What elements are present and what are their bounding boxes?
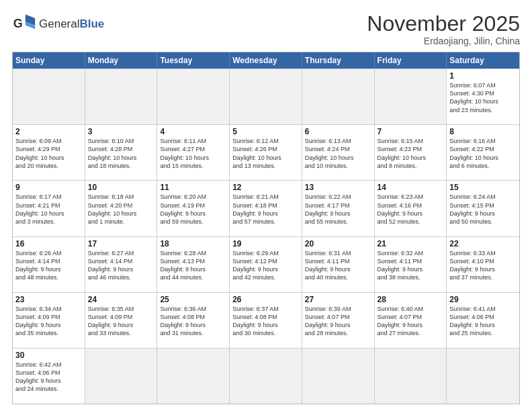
day-cell-18: 18Sunrise: 6:28 AM Sunset: 4:13 PM Dayli… <box>157 237 230 292</box>
day-info: Sunrise: 6:32 AM Sunset: 4:11 PM Dayligh… <box>378 249 444 282</box>
day-header-tuesday: Tuesday <box>157 52 230 68</box>
day-number: 29 <box>449 295 517 304</box>
day-number: 21 <box>378 239 444 248</box>
day-number: 23 <box>15 295 82 304</box>
day-info: Sunrise: 6:37 AM Sunset: 4:08 PM Dayligh… <box>232 305 299 338</box>
day-number: 11 <box>160 183 226 192</box>
day-info: Sunrise: 6:41 AM Sunset: 4:06 PM Dayligh… <box>449 305 517 338</box>
day-cell-26: 26Sunrise: 6:37 AM Sunset: 4:08 PM Dayli… <box>230 293 302 348</box>
day-info: Sunrise: 6:31 AM Sunset: 4:11 PM Dayligh… <box>305 249 371 282</box>
day-info: Sunrise: 6:28 AM Sunset: 4:13 PM Dayligh… <box>160 249 226 282</box>
day-header-friday: Friday <box>375 52 447 68</box>
calendar-row-6: 30Sunrise: 6:42 AM Sunset: 4:06 PM Dayli… <box>13 348 519 404</box>
day-cell-1: 1Sunrise: 6:07 AM Sunset: 4:30 PM Daylig… <box>447 69 519 124</box>
day-info: Sunrise: 6:09 AM Sunset: 4:29 PM Dayligh… <box>15 137 82 170</box>
empty-cell <box>230 69 302 124</box>
day-info: Sunrise: 6:20 AM Sunset: 4:19 PM Dayligh… <box>160 193 226 226</box>
day-header-sunday: Sunday <box>13 52 85 68</box>
day-cell-19: 19Sunrise: 6:29 AM Sunset: 4:12 PM Dayli… <box>230 237 302 292</box>
day-number: 5 <box>232 127 299 136</box>
day-cell-25: 25Sunrise: 6:36 AM Sunset: 4:08 PM Dayli… <box>157 293 230 348</box>
day-info: Sunrise: 6:07 AM Sunset: 4:30 PM Dayligh… <box>449 81 517 114</box>
day-info: Sunrise: 6:12 AM Sunset: 4:26 PM Dayligh… <box>232 137 299 170</box>
day-number: 13 <box>305 183 371 192</box>
svg-text:G: G <box>13 17 23 30</box>
day-number: 1 <box>449 71 517 81</box>
day-number: 12 <box>232 183 299 192</box>
day-header-monday: Monday <box>85 52 158 68</box>
empty-cell <box>230 349 302 404</box>
calendar: SundayMondayTuesdayWednesdayThursdayFrid… <box>12 52 520 404</box>
day-info: Sunrise: 6:17 AM Sunset: 4:21 PM Dayligh… <box>15 193 82 226</box>
day-cell-17: 17Sunrise: 6:27 AM Sunset: 4:14 PM Dayli… <box>85 237 158 292</box>
day-cell-7: 7Sunrise: 6:15 AM Sunset: 4:23 PM Daylig… <box>375 125 447 180</box>
day-cell-13: 13Sunrise: 6:22 AM Sunset: 4:17 PM Dayli… <box>302 181 375 236</box>
day-cell-3: 3Sunrise: 6:10 AM Sunset: 4:28 PM Daylig… <box>85 125 158 180</box>
empty-cell <box>13 69 85 124</box>
empty-cell <box>85 349 158 404</box>
logo-general: General <box>39 17 79 30</box>
day-number: 16 <box>15 239 82 248</box>
day-number: 17 <box>88 239 154 248</box>
day-cell-16: 16Sunrise: 6:26 AM Sunset: 4:14 PM Dayli… <box>13 237 85 292</box>
day-number: 9 <box>15 183 82 192</box>
logo: G GeneralBlue <box>12 12 104 36</box>
day-cell-29: 29Sunrise: 6:41 AM Sunset: 4:06 PM Dayli… <box>447 293 519 348</box>
day-header-wednesday: Wednesday <box>230 52 302 68</box>
day-info: Sunrise: 6:33 AM Sunset: 4:10 PM Dayligh… <box>449 249 517 282</box>
calendar-header: SundayMondayTuesdayWednesdayThursdayFrid… <box>13 52 519 68</box>
day-number: 25 <box>160 295 226 304</box>
day-cell-30: 30Sunrise: 6:42 AM Sunset: 4:06 PM Dayli… <box>13 349 85 404</box>
day-cell-22: 22Sunrise: 6:33 AM Sunset: 4:10 PM Dayli… <box>447 237 519 292</box>
day-info: Sunrise: 6:35 AM Sunset: 4:09 PM Dayligh… <box>88 305 154 338</box>
day-info: Sunrise: 6:21 AM Sunset: 4:18 PM Dayligh… <box>232 193 299 226</box>
day-info: Sunrise: 6:13 AM Sunset: 4:24 PM Dayligh… <box>305 137 371 170</box>
page: G GeneralBlue November 2025 Erdaojiang, … <box>0 0 532 411</box>
day-info: Sunrise: 6:34 AM Sunset: 4:09 PM Dayligh… <box>15 305 82 338</box>
empty-cell <box>302 69 375 124</box>
day-cell-23: 23Sunrise: 6:34 AM Sunset: 4:09 PM Dayli… <box>13 293 85 348</box>
day-number: 2 <box>15 127 82 136</box>
day-info: Sunrise: 6:24 AM Sunset: 4:15 PM Dayligh… <box>449 193 517 226</box>
logo-blue: Blue <box>79 17 104 30</box>
day-cell-28: 28Sunrise: 6:40 AM Sunset: 4:07 PM Dayli… <box>375 293 447 348</box>
empty-cell <box>375 69 447 124</box>
header: G GeneralBlue November 2025 Erdaojiang, … <box>12 12 520 46</box>
day-cell-8: 8Sunrise: 6:16 AM Sunset: 4:22 PM Daylig… <box>447 125 519 180</box>
day-info: Sunrise: 6:42 AM Sunset: 4:06 PM Dayligh… <box>15 361 82 394</box>
day-cell-21: 21Sunrise: 6:32 AM Sunset: 4:11 PM Dayli… <box>375 237 447 292</box>
day-number: 18 <box>160 239 226 248</box>
day-cell-10: 10Sunrise: 6:18 AM Sunset: 4:20 PM Dayli… <box>85 181 158 236</box>
day-info: Sunrise: 6:26 AM Sunset: 4:14 PM Dayligh… <box>15 249 82 282</box>
location: Erdaojiang, Jilin, China <box>367 36 520 46</box>
logo-text: GeneralBlue <box>39 17 104 31</box>
day-info: Sunrise: 6:18 AM Sunset: 4:20 PM Dayligh… <box>88 193 154 226</box>
day-number: 8 <box>449 127 517 136</box>
empty-cell <box>157 69 230 124</box>
day-info: Sunrise: 6:29 AM Sunset: 4:12 PM Dayligh… <box>232 249 299 282</box>
empty-cell <box>85 69 158 124</box>
day-number: 28 <box>378 295 444 304</box>
day-number: 4 <box>160 127 226 136</box>
empty-cell <box>447 349 519 404</box>
day-number: 19 <box>232 239 299 248</box>
title-block: November 2025 Erdaojiang, Jilin, China <box>367 12 520 46</box>
month-title: November 2025 <box>367 12 520 36</box>
day-cell-9: 9Sunrise: 6:17 AM Sunset: 4:21 PM Daylig… <box>13 181 85 236</box>
calendar-row-4: 16Sunrise: 6:26 AM Sunset: 4:14 PM Dayli… <box>13 236 519 292</box>
calendar-row-1: 1Sunrise: 6:07 AM Sunset: 4:30 PM Daylig… <box>13 68 519 124</box>
day-info: Sunrise: 6:23 AM Sunset: 4:16 PM Dayligh… <box>378 193 444 226</box>
day-info: Sunrise: 6:10 AM Sunset: 4:28 PM Dayligh… <box>88 137 154 170</box>
day-number: 15 <box>449 183 517 192</box>
day-cell-14: 14Sunrise: 6:23 AM Sunset: 4:16 PM Dayli… <box>375 181 447 236</box>
day-info: Sunrise: 6:27 AM Sunset: 4:14 PM Dayligh… <box>88 249 154 282</box>
day-cell-12: 12Sunrise: 6:21 AM Sunset: 4:18 PM Dayli… <box>230 181 302 236</box>
day-number: 14 <box>378 183 444 192</box>
day-number: 26 <box>232 295 299 304</box>
day-cell-5: 5Sunrise: 6:12 AM Sunset: 4:26 PM Daylig… <box>230 125 302 180</box>
day-info: Sunrise: 6:40 AM Sunset: 4:07 PM Dayligh… <box>378 305 444 338</box>
day-info: Sunrise: 6:16 AM Sunset: 4:22 PM Dayligh… <box>449 137 517 170</box>
day-number: 20 <box>305 239 371 248</box>
day-info: Sunrise: 6:39 AM Sunset: 4:07 PM Dayligh… <box>305 305 371 338</box>
day-header-thursday: Thursday <box>302 52 375 68</box>
